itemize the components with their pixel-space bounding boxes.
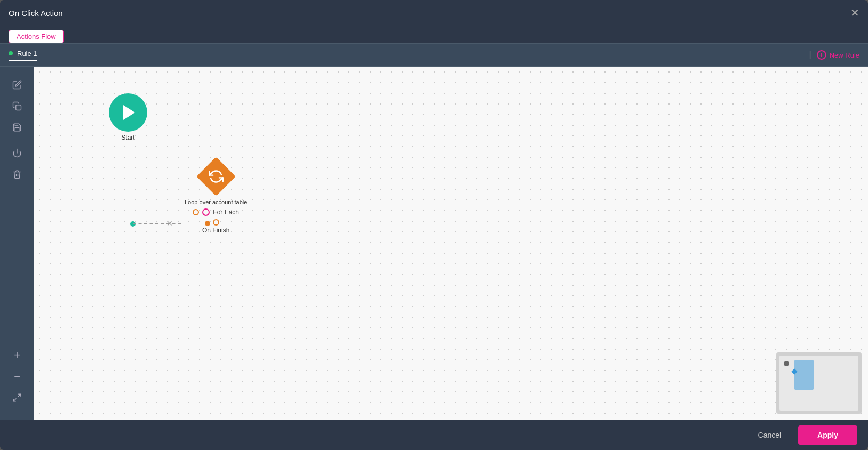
rule-bar: Rule 1 | + New Rule: [0, 43, 868, 67]
cancel-button[interactable]: Cancel: [747, 427, 792, 444]
svg-line-3: [13, 399, 16, 401]
zoom-in-button[interactable]: +: [7, 345, 27, 365]
loop-label: Loop over account table: [185, 199, 247, 205]
fit-button[interactable]: [7, 388, 27, 407]
loop-node[interactable]: Loop over account table + For Each On Fi…: [185, 157, 247, 234]
edit-button[interactable]: [7, 75, 27, 94]
rule-label: Rule 1: [17, 50, 37, 58]
diamond-container: [197, 157, 235, 196]
footer: Cancel Apply: [0, 420, 868, 450]
zoom-group: + −: [0, 345, 34, 412]
main-area: + − Start ✕: [0, 67, 868, 420]
svg-rect-0: [16, 105, 21, 110]
minimap: [776, 352, 862, 414]
for-each-label: For Each: [213, 208, 239, 216]
new-rule-label: New Rule: [830, 51, 859, 59]
for-each-add[interactable]: +: [202, 208, 210, 216]
start-circle[interactable]: [109, 93, 147, 132]
close-button[interactable]: ✕: [850, 7, 859, 18]
for-each-port[interactable]: [193, 209, 199, 215]
rule-tab[interactable]: Rule 1: [9, 50, 37, 61]
modal-header: On Click Action ✕: [0, 0, 868, 26]
on-finish-label: On Finish: [202, 227, 229, 234]
minimap-viewport: [794, 360, 814, 390]
modal-title: On Click Action: [9, 9, 63, 18]
start-label: Start: [121, 134, 134, 141]
left-toolbar: + −: [0, 67, 34, 420]
for-each-row: + For Each: [193, 208, 239, 216]
minimap-start: [784, 361, 789, 366]
on-finish-group: On Finish: [202, 219, 229, 234]
new-rule-button[interactable]: + New Rule: [817, 50, 859, 60]
new-rule-icon: +: [817, 50, 826, 60]
svg-line-2: [18, 394, 21, 397]
connector-line: [133, 223, 181, 224]
zoom-out-button[interactable]: −: [7, 367, 27, 386]
canvas-area[interactable]: Start ✕: [34, 67, 868, 420]
apply-button[interactable]: Apply: [798, 425, 857, 445]
start-node[interactable]: Start: [109, 93, 147, 141]
modal-container: On Click Action ✕ Actions Flow Rule 1 | …: [0, 0, 868, 450]
save-button[interactable]: [7, 118, 27, 137]
toolbar-group-top: [0, 75, 34, 184]
on-finish-port[interactable]: [213, 219, 219, 226]
delete-button[interactable]: [7, 165, 27, 184]
rule-status-dot: [9, 51, 13, 55]
tab-actions-flow[interactable]: Actions Flow: [9, 30, 64, 43]
rule-divider: |: [809, 50, 811, 60]
play-icon: [123, 105, 135, 120]
tab-bar: Actions Flow: [0, 26, 868, 43]
power-button[interactable]: [7, 143, 27, 163]
minimap-inner: [779, 356, 858, 411]
loop-icon: [197, 157, 235, 196]
x-marker: ✕: [166, 219, 173, 228]
copy-button[interactable]: [7, 97, 27, 116]
